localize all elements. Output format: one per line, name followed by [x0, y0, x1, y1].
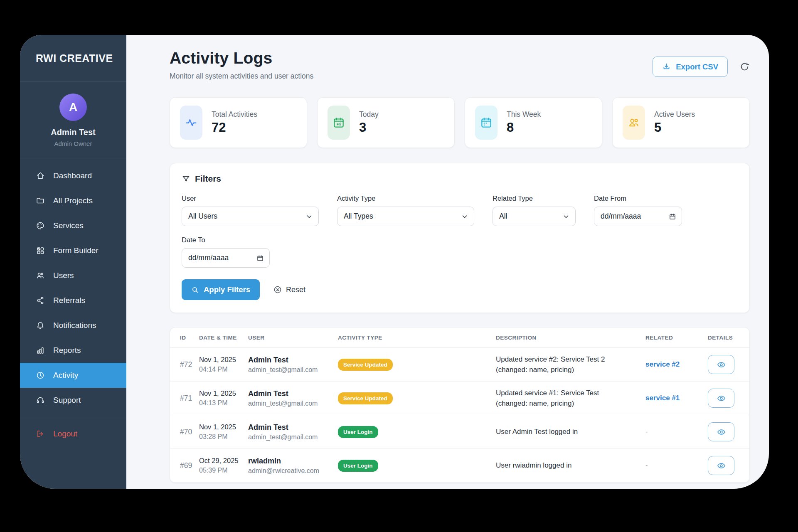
row-user: Admin Test admin_test@gmail.com: [248, 423, 338, 441]
row-user-email: admin@rwicreative.com: [248, 467, 338, 475]
reset-label: Reset: [286, 286, 305, 294]
user-select[interactable]: All Users: [182, 207, 319, 226]
row-datetime: Nov 1, 2025 04:14 PM: [199, 356, 248, 373]
row-date: Nov 1, 2025: [199, 423, 248, 431]
date-to-input[interactable]: dd/mm/aaaa: [182, 248, 270, 268]
filter-funnel-icon: [182, 175, 190, 183]
activity-type-badge: User Login: [338, 460, 378, 472]
sidebar: RWI CREATIVE A Admin Test Admin Owner Da…: [20, 35, 126, 489]
stat-card-total-activities: Total Activities 72: [170, 97, 307, 148]
row-date: Nov 1, 2025: [199, 389, 248, 397]
svg-text:Fri: Fri: [337, 123, 341, 126]
row-datetime: Nov 1, 2025 04:13 PM: [199, 389, 248, 407]
export-csv-label: Export CSV: [676, 62, 718, 71]
sidebar-item-label: Services: [53, 221, 84, 230]
filters-actions: Apply Filters Reset: [182, 279, 738, 300]
view-details-button[interactable]: [708, 355, 734, 374]
filters-title: Filters: [195, 174, 221, 184]
stat-card-active-users: Active Users 5: [612, 97, 750, 148]
apply-filters-button[interactable]: Apply Filters: [182, 279, 260, 300]
profile-name: Admin Test: [20, 128, 126, 137]
row-user-email: admin_test@gmail.com: [248, 433, 338, 441]
sidebar-item-label: Users: [53, 271, 74, 280]
sidebar-item-label: Reports: [53, 346, 81, 355]
view-details-button[interactable]: [708, 422, 734, 441]
sidebar-item-label: Form Builder: [53, 246, 99, 255]
row-activity-type: User Login: [338, 460, 496, 472]
row-user-name: Admin Test: [248, 356, 338, 365]
row-date: Nov 1, 2025: [199, 356, 248, 364]
related-type-select[interactable]: All: [493, 207, 576, 226]
sidebar-item-notifications[interactable]: Notifications: [20, 313, 126, 338]
page-header: Activity Logs Monitor all system activit…: [170, 49, 750, 81]
select-value: All Types: [344, 212, 373, 221]
sidebar-item-activity[interactable]: Activity: [20, 363, 126, 388]
filters-heading: Filters: [182, 174, 738, 184]
view-details-button[interactable]: [708, 389, 734, 408]
row-description: User Admin Test logged in: [496, 426, 645, 437]
column-header-datetime: DATE & TIME: [199, 335, 248, 341]
brand-logo: RWI CREATIVE: [20, 35, 126, 82]
table-header-row: ID DATE & TIME USER ACTIVITY TYPE DESCRI…: [170, 328, 749, 348]
activity-type-select[interactable]: All Types: [337, 207, 474, 226]
row-user-email: admin_test@gmail.com: [248, 400, 338, 407]
sidebar-item-support[interactable]: Support: [20, 388, 126, 413]
folder-icon: [36, 196, 45, 205]
row-user-name: Admin Test: [248, 423, 338, 432]
calendar-icon[interactable]: [256, 254, 264, 262]
download-icon: [662, 62, 671, 71]
export-csv-button[interactable]: Export CSV: [653, 57, 728, 77]
related-link[interactable]: service #2: [645, 360, 680, 368]
sidebar-item-all-projects[interactable]: All Projects: [20, 188, 126, 213]
row-datetime: Oct 29, 2025 05:39 PM: [199, 457, 248, 474]
stat-value: 5: [654, 120, 695, 135]
sidebar-item-referrals[interactable]: Referrals: [20, 288, 126, 313]
row-user-name: Admin Test: [248, 389, 338, 398]
row-time: 05:39 PM: [199, 467, 248, 474]
date-from-input[interactable]: dd/mm/aaaa: [594, 207, 682, 226]
filters-panel: Filters User All Users Activity Type All: [170, 163, 750, 313]
sidebar-item-dashboard[interactable]: Dashboard: [20, 163, 126, 188]
date-placeholder: dd/mm/aaaa: [601, 212, 641, 221]
sidebar-item-label: Referrals: [53, 296, 85, 305]
row-description: Updated service #2: Service Test 2 (chan…: [496, 354, 645, 375]
share-icon: [36, 296, 45, 305]
stat-text: Today 3: [359, 110, 379, 135]
row-time: 03:28 PM: [199, 433, 248, 441]
table-row: #72 Nov 1, 2025 04:14 PM Admin Test admi…: [170, 348, 749, 382]
page-header-actions: Export CSV: [653, 57, 750, 77]
sidebar-divider: [20, 417, 126, 417]
filter-field-date-from: Date From dd/mm/aaaa: [594, 195, 682, 226]
chevron-down-icon: [305, 213, 313, 220]
stat-label: Total Activities: [212, 110, 257, 119]
stat-label: This Week: [507, 110, 541, 119]
related-link[interactable]: service #1: [645, 394, 680, 402]
eye-icon: [717, 360, 726, 369]
stat-label: Active Users: [654, 110, 695, 119]
row-time: 04:13 PM: [199, 399, 248, 407]
eye-icon: [717, 394, 726, 403]
page-subtitle: Monitor all system activities and user a…: [170, 72, 313, 81]
view-details-button[interactable]: [708, 456, 734, 475]
sidebar-item-reports[interactable]: Reports: [20, 338, 126, 363]
apply-filters-label: Apply Filters: [204, 285, 250, 294]
column-header-related: RELATED: [645, 335, 708, 341]
filters-row-1: User All Users Activity Type All Types: [182, 195, 738, 226]
table-row: #69 Oct 29, 2025 05:39 PM rwiadmin admin…: [170, 449, 749, 483]
sidebar-item-logout[interactable]: Logout: [20, 421, 126, 446]
activity-type-badge: User Login: [338, 426, 378, 438]
sidebar-item-services[interactable]: Services: [20, 213, 126, 238]
row-user-name: rwiadmin: [248, 457, 338, 466]
stat-card-today: Fri Today 3: [317, 97, 455, 148]
reset-button[interactable]: Reset: [273, 285, 305, 294]
pulse-icon: [180, 106, 202, 140]
stat-value: 72: [212, 120, 257, 135]
sidebar-item-label: Logout: [53, 429, 77, 438]
sidebar-item-users[interactable]: Users: [20, 263, 126, 288]
refresh-icon[interactable]: [739, 62, 750, 72]
row-id: #69: [180, 461, 199, 470]
field-label: User: [182, 195, 319, 202]
users-icon: [36, 271, 45, 280]
sidebar-item-form-builder[interactable]: Form Builder: [20, 238, 126, 263]
calendar-icon[interactable]: [669, 213, 676, 220]
